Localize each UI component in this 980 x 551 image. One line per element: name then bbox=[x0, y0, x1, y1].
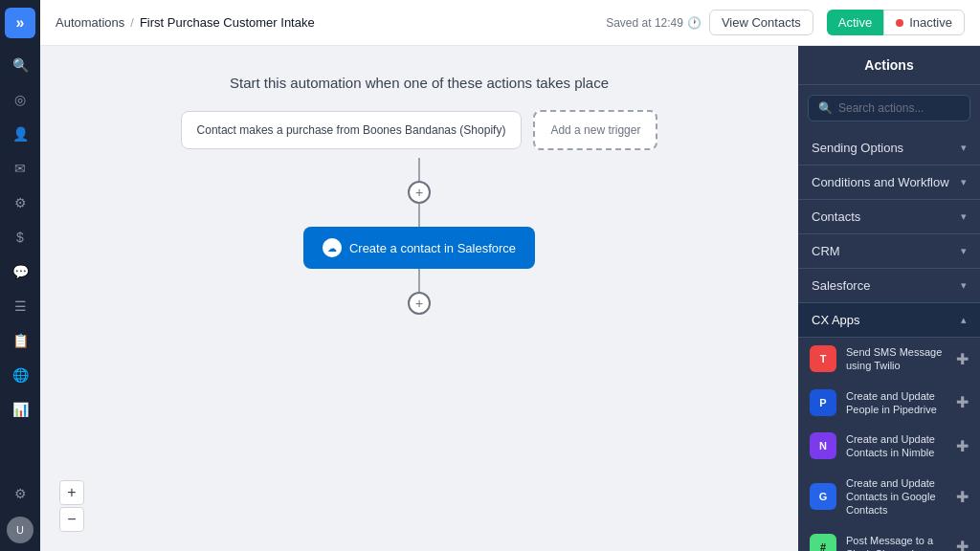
canvas-title: Start this automation when one of these … bbox=[230, 75, 609, 91]
search-icon: 🔍 bbox=[818, 101, 833, 115]
panel-title: Actions bbox=[798, 46, 980, 85]
action-item-twilio[interactable]: T Send SMS Message using Twilio ✚ bbox=[798, 338, 980, 382]
section-conditions-workflow[interactable]: Conditions and Workflow ▾ bbox=[798, 165, 980, 200]
section-contacts[interactable]: Contacts ▾ bbox=[798, 200, 980, 234]
add-twilio-button[interactable]: ✚ bbox=[956, 350, 969, 368]
line-v-1 bbox=[418, 158, 420, 181]
salesforce-icon: ☁ bbox=[323, 238, 342, 257]
action-item-nimble[interactable]: N Create and Update Contacts in Nimble ✚ bbox=[798, 425, 980, 469]
zoom-out-button[interactable]: − bbox=[59, 507, 84, 532]
action-item-google-contacts[interactable]: G Create and Update Contacts in Google C… bbox=[798, 469, 980, 526]
search-actions-input[interactable] bbox=[838, 101, 960, 115]
nav-search[interactable]: 🔍 bbox=[5, 50, 35, 80]
section-label-crm: CRM bbox=[812, 244, 840, 258]
chevron-contacts: ▾ bbox=[961, 210, 967, 223]
app-logo[interactable]: » bbox=[5, 8, 35, 38]
section-sending-options[interactable]: Sending Options ▾ bbox=[798, 131, 980, 165]
add-slack-button[interactable]: ✚ bbox=[956, 538, 969, 551]
add-pipedrive-button[interactable]: ✚ bbox=[956, 393, 969, 411]
trigger-label: Contact makes a purchase from Boones Ban… bbox=[197, 123, 506, 137]
zoom-controls: + − bbox=[59, 480, 84, 532]
add-trigger-button[interactable]: Add a new trigger bbox=[533, 110, 657, 150]
google-contacts-label: Create and Update Contacts in Google Con… bbox=[846, 476, 947, 518]
nav-settings[interactable]: ⚙ bbox=[5, 478, 35, 509]
zoom-in-button[interactable]: + bbox=[59, 480, 84, 505]
topbar: Automations / First Purchase Customer In… bbox=[40, 0, 980, 46]
nav-email[interactable]: ✉ bbox=[5, 153, 35, 184]
action-item-slack[interactable]: # Post Message to a Slack Channel ✚ bbox=[798, 526, 980, 551]
history-icon[interactable]: 🕐 bbox=[687, 16, 702, 30]
search-actions-box[interactable]: 🔍 bbox=[808, 95, 970, 121]
section-label-sending: Sending Options bbox=[812, 141, 903, 155]
add-step-button-2[interactable]: + bbox=[408, 292, 431, 315]
section-label-cx-apps: CX Apps bbox=[812, 313, 860, 327]
twilio-icon: T bbox=[810, 345, 836, 372]
nav-contacts[interactable]: 👤 bbox=[5, 119, 35, 149]
chevron-salesforce: ▾ bbox=[961, 279, 967, 292]
google-contacts-icon: G bbox=[810, 483, 836, 510]
section-cx-apps[interactable]: CX Apps ▴ bbox=[798, 303, 980, 338]
view-contacts-button[interactable]: View Contacts bbox=[709, 10, 813, 35]
pipedrive-icon: P bbox=[810, 389, 836, 416]
line-v-3 bbox=[418, 269, 420, 292]
section-label-conditions: Conditions and Workflow bbox=[812, 175, 949, 189]
chevron-crm: ▾ bbox=[961, 245, 967, 257]
connector-2: + bbox=[408, 269, 431, 315]
trigger-box-shopify[interactable]: Contact makes a purchase from Boones Ban… bbox=[181, 111, 523, 149]
salesforce-action-label: Create a contact in Salesforce bbox=[349, 241, 516, 255]
nav-reports[interactable]: 📋 bbox=[5, 325, 35, 356]
trigger-row: Contact makes a purchase from Boones Ban… bbox=[181, 110, 658, 150]
user-avatar[interactable]: U bbox=[7, 517, 33, 543]
active-button[interactable]: Active bbox=[827, 10, 883, 35]
nav-integrations[interactable]: 🌐 bbox=[5, 360, 35, 390]
slack-label: Post Message to a Slack Channel bbox=[846, 534, 947, 551]
twilio-label: Send SMS Message using Twilio bbox=[846, 345, 947, 373]
nav-analytics[interactable]: 📊 bbox=[5, 394, 35, 425]
section-label-contacts: Contacts bbox=[812, 209, 860, 224]
action-item-pipedrive[interactable]: P Create and Update People in Pipedrive … bbox=[798, 382, 980, 426]
left-navigation: » 🔍 ◎ 👤 ✉ ⚙ $ 💬 ☰ 📋 🌐 📊 ⚙ U bbox=[0, 0, 40, 551]
pipedrive-label: Create and Update People in Pipedrive bbox=[846, 389, 947, 417]
breadcrumb-separator: / bbox=[130, 15, 134, 30]
nav-dashboard[interactable]: ◎ bbox=[5, 84, 35, 115]
section-crm[interactable]: CRM ▾ bbox=[798, 234, 980, 269]
add-google-contacts-button[interactable]: ✚ bbox=[956, 488, 969, 506]
nimble-label: Create and Update Contacts in Nimble bbox=[846, 432, 947, 460]
chevron-sending-options: ▾ bbox=[961, 142, 967, 154]
line-v-2 bbox=[418, 204, 420, 227]
add-step-button-1[interactable]: + bbox=[408, 181, 431, 204]
nav-messages[interactable]: 💬 bbox=[5, 256, 35, 287]
chevron-conditions: ▾ bbox=[961, 176, 967, 188]
slack-icon: # bbox=[810, 534, 836, 551]
main-area: Automations / First Purchase Customer In… bbox=[40, 0, 980, 551]
breadcrumb-current: First Purchase Customer Intake bbox=[140, 15, 315, 30]
inactive-button[interactable]: Inactive bbox=[883, 10, 965, 35]
actions-panel: Actions 🔍 Sending Options ▾ Conditions a… bbox=[798, 46, 980, 551]
nav-automation[interactable]: ⚙ bbox=[5, 187, 35, 218]
nav-lists[interactable]: ☰ bbox=[5, 291, 35, 321]
inactive-dot bbox=[896, 19, 903, 27]
add-trigger-label: Add a new trigger bbox=[550, 123, 640, 137]
automation-canvas: Start this automation when one of these … bbox=[40, 46, 798, 551]
nimble-icon: N bbox=[810, 432, 836, 459]
add-nimble-button[interactable]: ✚ bbox=[956, 437, 969, 455]
chevron-cx-apps: ▴ bbox=[961, 314, 967, 326]
connector-1: + bbox=[408, 158, 431, 227]
section-salesforce[interactable]: Salesforce ▾ bbox=[798, 269, 980, 303]
breadcrumb: Automations / First Purchase Customer In… bbox=[56, 15, 315, 30]
saved-indicator: Saved at 12:49 🕐 bbox=[606, 16, 702, 30]
breadcrumb-root[interactable]: Automations bbox=[56, 15, 124, 30]
salesforce-action-button[interactable]: ☁ Create a contact in Salesforce bbox=[303, 227, 535, 269]
nav-revenue[interactable]: $ bbox=[5, 222, 35, 253]
section-label-salesforce: Salesforce bbox=[812, 278, 870, 293]
